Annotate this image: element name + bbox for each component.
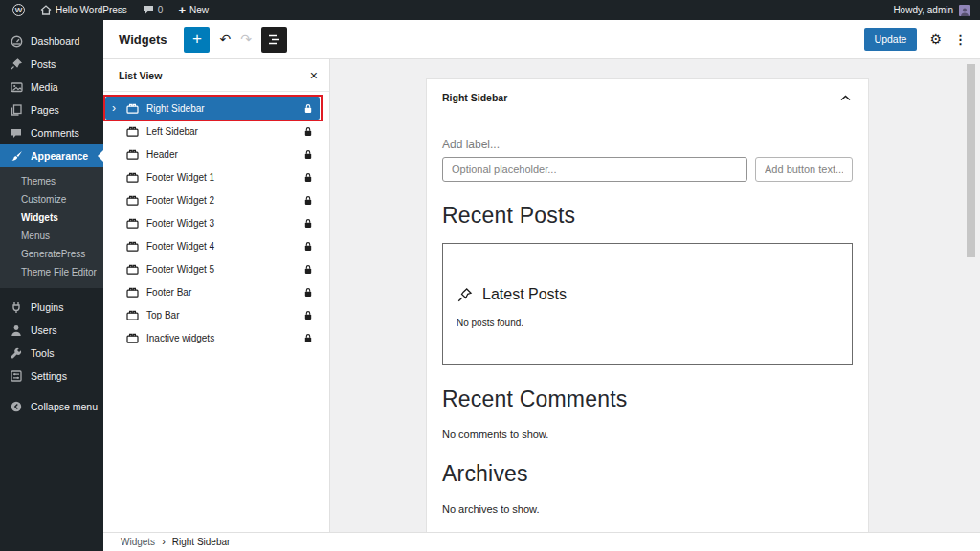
widget-area-icon xyxy=(126,310,139,320)
latest-posts-title: Latest Posts xyxy=(482,286,567,303)
settings-gear-button[interactable]: ⚙ xyxy=(929,33,942,46)
howdy-admin[interactable]: Howdy, admin xyxy=(893,5,953,15)
pushpin-icon xyxy=(10,58,23,70)
scrollbar-thumb[interactable] xyxy=(967,64,975,257)
page-title: Widgets xyxy=(119,33,167,47)
menu-item-appearance[interactable]: Appearance xyxy=(0,144,103,167)
submenu-item-customize[interactable]: Customize xyxy=(0,190,103,209)
lock-icon xyxy=(304,218,312,229)
close-icon[interactable]: × xyxy=(310,69,318,82)
archives-heading[interactable]: Archives xyxy=(442,461,853,487)
list-view-item-footer-widget-1[interactable]: Footer Widget 1 xyxy=(105,165,320,188)
menu-item-plugins[interactable]: Plugins xyxy=(0,296,103,319)
redo-button[interactable]: ↷ xyxy=(240,32,252,47)
widget-area-icon xyxy=(126,241,139,252)
menu-item-media[interactable]: Media xyxy=(0,76,103,99)
undo-button[interactable]: ↶ xyxy=(219,32,231,47)
new-content-menu[interactable]: + New xyxy=(173,0,213,20)
wordpress-logo-icon[interactable]: W xyxy=(8,0,30,20)
submenu-item-themes[interactable]: Themes xyxy=(0,172,103,190)
search-button-text-input[interactable] xyxy=(755,157,853,182)
appearance-submenu: Themes Customize Widgets Menus GenerateP… xyxy=(0,167,103,288)
comment-count: 0 xyxy=(158,5,164,15)
menu-item-users[interactable]: Users xyxy=(0,319,103,342)
submenu-item-generatepress[interactable]: GeneratePress xyxy=(0,245,103,263)
lock-icon xyxy=(304,287,312,298)
comment-icon xyxy=(143,5,154,15)
menu-item-collapse[interactable]: Collapse menu xyxy=(0,395,103,418)
vertical-scrollbar[interactable]: ▲ ▼ xyxy=(966,59,977,532)
paintbrush-icon xyxy=(10,150,23,162)
menu-item-posts[interactable]: Posts xyxy=(0,53,103,76)
site-menu[interactable]: Hello WordPress xyxy=(35,0,132,20)
pushpin-icon xyxy=(457,287,473,303)
latest-posts-block[interactable]: Latest Posts No posts found. xyxy=(442,243,853,365)
list-view-item-footer-widget-5[interactable]: Footer Widget 5 xyxy=(105,257,320,280)
media-icon xyxy=(10,81,23,93)
menu-item-tools[interactable]: Tools xyxy=(0,342,103,364)
search-label-placeholder[interactable]: Add label... xyxy=(442,138,853,151)
list-view-panel: List View × › Right Sidebar Left Sidebar… xyxy=(103,59,330,532)
menu-item-settings[interactable]: Settings xyxy=(0,364,103,387)
site-name: Hello WordPress xyxy=(56,5,127,15)
latest-posts-empty-text: No posts found. xyxy=(457,318,838,328)
submenu-item-menus[interactable]: Menus xyxy=(0,227,103,245)
list-view-item-inactive-widgets[interactable]: Inactive widgets xyxy=(105,326,320,349)
avatar[interactable] xyxy=(959,5,970,16)
new-label: New xyxy=(189,5,209,15)
plus-icon: + xyxy=(178,4,186,16)
plugin-icon xyxy=(10,301,23,313)
widget-area-panel-header[interactable]: Right Sidebar xyxy=(427,79,868,111)
plus-icon: + xyxy=(192,31,202,47)
chevron-up-icon[interactable] xyxy=(838,93,853,103)
list-view-item-left-sidebar[interactable]: Left Sidebar xyxy=(105,120,320,143)
update-button[interactable]: Update xyxy=(864,28,918,51)
widget-area-icon xyxy=(126,264,139,275)
chevron-right-icon[interactable]: › xyxy=(112,102,116,114)
list-view-rows: › Right Sidebar Left Sidebar Header Foot… xyxy=(103,92,329,349)
chevron-right-icon: › xyxy=(162,536,166,547)
search-placeholder-input[interactable] xyxy=(442,157,747,182)
lock-icon xyxy=(304,310,312,320)
breadcrumb-root[interactable]: Widgets xyxy=(121,537,155,547)
submenu-item-theme-file-editor[interactable]: Theme File Editor xyxy=(0,263,103,281)
submenu-item-widgets[interactable]: Widgets xyxy=(0,209,103,227)
widget-area-icon xyxy=(126,287,139,298)
lock-icon xyxy=(304,264,312,275)
wordpress-widgets-screen: W Hello WordPress 0 + New Howdy, admin xyxy=(0,0,980,551)
list-view-item-footer-widget-2[interactable]: Footer Widget 2 xyxy=(105,188,320,211)
lock-icon xyxy=(304,103,312,114)
settings-icon xyxy=(10,370,23,382)
list-view-item-footer-bar[interactable]: Footer Bar xyxy=(105,280,320,303)
admin-bar: W Hello WordPress 0 + New Howdy, admin xyxy=(0,0,980,20)
lock-icon xyxy=(304,333,312,343)
list-view-item-footer-widget-4[interactable]: Footer Widget 4 xyxy=(105,234,320,257)
menu-item-pages[interactable]: Pages xyxy=(0,99,103,121)
recent-comments-heading[interactable]: Recent Comments xyxy=(442,386,853,412)
list-view-icon xyxy=(268,34,280,45)
widget-area-body: Add label... Recent Posts Latest Posts N… xyxy=(427,138,868,515)
recent-posts-heading[interactable]: Recent Posts xyxy=(442,203,853,229)
widget-area-icon xyxy=(126,195,139,206)
archives-empty-text[interactable]: No archives to show. xyxy=(442,503,853,515)
list-view-title: List View xyxy=(119,70,162,81)
lock-icon xyxy=(304,126,312,137)
options-kebab-button[interactable]: ⋮ xyxy=(954,33,967,46)
menu-item-dashboard[interactable]: Dashboard xyxy=(0,30,103,53)
list-view-item-footer-widget-3[interactable]: Footer Widget 3 xyxy=(105,211,320,234)
widget-area-icon xyxy=(126,126,139,137)
collapse-arrow-icon xyxy=(10,401,23,412)
widget-area-icon xyxy=(126,218,139,229)
recent-comments-empty-text[interactable]: No comments to show. xyxy=(442,429,853,440)
pages-icon xyxy=(10,104,23,116)
list-view-item-right-sidebar[interactable]: › Right Sidebar xyxy=(105,97,320,120)
list-view-header: List View × xyxy=(103,59,329,92)
list-view-item-header[interactable]: Header xyxy=(105,143,320,165)
list-view-toggle-button[interactable] xyxy=(261,27,287,53)
widget-area-panel: Right Sidebar Add label... Recent Posts … xyxy=(426,78,869,534)
list-view-item-top-bar[interactable]: Top Bar xyxy=(105,303,320,326)
widget-area-icon xyxy=(126,103,139,114)
comments-bubble[interactable]: 0 xyxy=(138,0,168,20)
menu-item-comments[interactable]: Comments xyxy=(0,121,103,144)
add-block-button[interactable]: + xyxy=(184,27,210,53)
